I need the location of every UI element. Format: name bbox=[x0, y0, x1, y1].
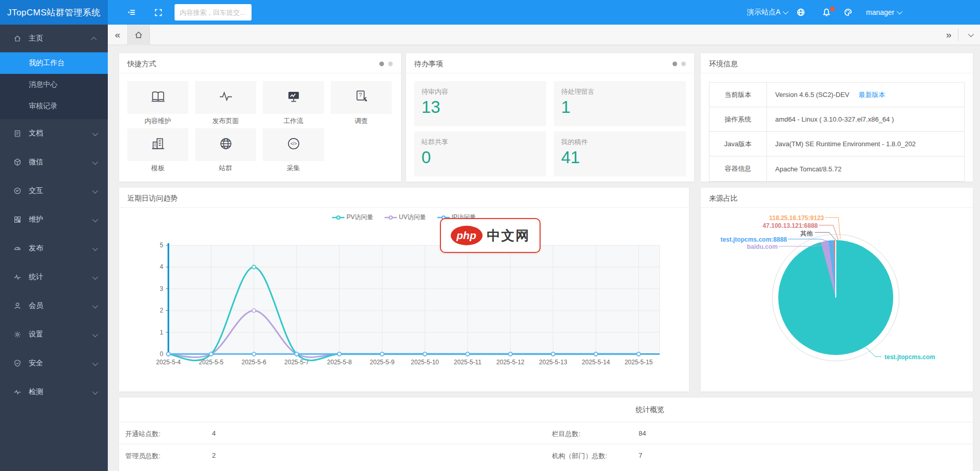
sidebar-item-label: 发布 bbox=[29, 244, 43, 253]
tab-home[interactable] bbox=[127, 25, 150, 45]
globe2-icon bbox=[218, 136, 234, 153]
topbar: JTopCMS站群管理系统 演示站点A manager bbox=[0, 0, 980, 25]
shortcut-tile[interactable] bbox=[127, 81, 188, 114]
app-window: JTopCMS站群管理系统 演示站点A manager bbox=[0, 0, 980, 471]
search-input[interactable] bbox=[175, 4, 252, 21]
legend-marker-icon bbox=[332, 215, 344, 220]
fullscreen-icon[interactable] bbox=[148, 0, 168, 25]
stats-cell: 机构（部门）总数:7 bbox=[546, 444, 972, 466]
sidebar-item-4[interactable]: 维护 bbox=[0, 205, 108, 234]
doc-icon bbox=[13, 129, 22, 138]
sidebar-subitem[interactable]: 消息中心 bbox=[0, 74, 108, 95]
chevron-down-icon bbox=[92, 217, 98, 222]
carousel-dot-active[interactable] bbox=[379, 62, 384, 66]
sidebar-item-2[interactable]: 微信 bbox=[0, 148, 108, 176]
shortcut-tile[interactable]: ? bbox=[331, 81, 392, 114]
sidebar-item-label: 设置 bbox=[29, 330, 43, 339]
env-key: Java版本 bbox=[709, 132, 767, 156]
latest-version-link[interactable]: 最新版本 bbox=[859, 90, 886, 100]
globe-icon[interactable] bbox=[791, 0, 811, 25]
sidebar-item-9[interactable]: 安全 bbox=[0, 349, 108, 378]
user-menu[interactable]: manager bbox=[866, 0, 901, 25]
sidebar-subitem-active[interactable]: 我的工作台 bbox=[0, 52, 108, 74]
code-icon: </> bbox=[286, 136, 301, 153]
sidebar-item-label: 维护 bbox=[29, 215, 43, 224]
carousel-dot[interactable] bbox=[388, 62, 393, 66]
theme-palette-icon[interactable] bbox=[838, 0, 858, 25]
carousel-dots bbox=[379, 62, 393, 66]
sidebar-item-label: 主页 bbox=[29, 34, 43, 43]
chevron-down-icon bbox=[897, 9, 902, 14]
stat-value: 7 bbox=[639, 452, 642, 459]
svg-text:5: 5 bbox=[160, 242, 163, 249]
sidebar-item-1[interactable]: 文档 bbox=[0, 119, 108, 148]
env-row-1: 操作系统amd64 - Linux ( 3.10.0-327.el7.x86_6… bbox=[709, 107, 964, 132]
chevron-down-icon bbox=[92, 159, 98, 165]
svg-text:2025-5-9: 2025-5-9 bbox=[370, 359, 394, 366]
carousel-dots bbox=[672, 62, 686, 66]
menu-fold-icon[interactable] bbox=[121, 0, 142, 25]
legend-item[interactable]: UV访问量 bbox=[385, 213, 426, 222]
pie-label: baidu.com bbox=[747, 243, 778, 250]
sidebar-item-8[interactable]: 设置 bbox=[0, 320, 108, 349]
shortcut-label: 站群 bbox=[195, 161, 256, 175]
card-title: 待办事项 bbox=[414, 60, 443, 69]
shortcuts-card: 快捷方式 内容维护发布页面工作流?调查模板站群</>采集 bbox=[119, 53, 401, 182]
watermark-text: 中文网 bbox=[487, 227, 530, 245]
stat-value: 4 bbox=[212, 429, 216, 437]
pie-label: 47.100.13.121:6888 bbox=[763, 222, 818, 229]
site-selector[interactable]: 演示站点A bbox=[747, 0, 787, 25]
todo-value: 41 bbox=[561, 148, 580, 167]
cube-icon bbox=[13, 158, 22, 166]
bell-icon[interactable] bbox=[816, 0, 837, 25]
pie-leader-lines bbox=[701, 188, 973, 391]
sidebar-item-5[interactable]: 发布 bbox=[0, 234, 108, 263]
php-watermark: php 中文网 bbox=[440, 218, 541, 253]
shortcut-1: 发布页面 bbox=[195, 81, 256, 128]
sidebar-item-label: 交互 bbox=[29, 186, 43, 195]
chevron-down-icon bbox=[92, 245, 98, 251]
shortcut-tile[interactable] bbox=[127, 128, 188, 161]
stat-value: 2 bbox=[212, 452, 216, 459]
env-value: amd64 - Linux ( 3.10.0-327.el7.x86_64 ) bbox=[775, 115, 894, 123]
sidebar-item-0[interactable]: 主页 bbox=[0, 25, 108, 52]
stat-value: 84 bbox=[639, 429, 646, 437]
todo-tile-1[interactable]: 待处理留言1 bbox=[554, 81, 686, 126]
stats-row-0: 开通站点数:4栏目总数:84 bbox=[119, 422, 973, 444]
chart-legend: PV访问量UV访问量IP访问量 bbox=[119, 213, 689, 222]
carousel-dot-active[interactable] bbox=[672, 62, 677, 66]
svg-text:4: 4 bbox=[160, 263, 163, 270]
svg-text:1: 1 bbox=[160, 329, 163, 336]
sidebar-item-10[interactable]: 检测 bbox=[0, 378, 108, 406]
svg-text:2025-5-14: 2025-5-14 bbox=[582, 359, 610, 366]
chevron-down-icon bbox=[92, 130, 98, 136]
environment-table: 当前版本Version 4.6.5 (SC2)-DEV最新版本操作系统amd64… bbox=[709, 82, 965, 182]
grid-icon bbox=[13, 215, 22, 224]
shortcut-tile[interactable] bbox=[195, 128, 256, 161]
sidebar-subitem[interactable]: 审核记录 bbox=[0, 95, 108, 117]
tabs-menu-button[interactable] bbox=[962, 25, 979, 45]
tabs-scroll-left-button[interactable]: « bbox=[109, 25, 126, 45]
todo-tile-3[interactable]: 我的稿件41 bbox=[554, 131, 686, 176]
sidebar-item-7[interactable]: 会员 bbox=[0, 291, 108, 320]
shortcut-label: 采集 bbox=[263, 161, 324, 175]
stat-label: 管理员总数: bbox=[125, 452, 161, 461]
sidebar-item-3[interactable]: 交互 bbox=[0, 176, 108, 205]
shortcuts-grid: 内容维护发布页面工作流?调查模板站群</>采集 bbox=[127, 81, 392, 175]
sidebar-item-6[interactable]: 统计 bbox=[0, 263, 108, 291]
shortcut-tile[interactable] bbox=[195, 81, 256, 114]
chevron-down-icon bbox=[92, 389, 98, 395]
svg-text:</>: </> bbox=[290, 141, 296, 146]
legend-item[interactable]: PV访问量 bbox=[332, 213, 373, 222]
divider bbox=[119, 73, 401, 73]
shortcut-tile[interactable]: </> bbox=[263, 128, 324, 161]
todo-tile-2[interactable]: 站群共享0 bbox=[414, 131, 546, 176]
stat-label: 栏目总数: bbox=[552, 429, 581, 439]
env-value: Version 4.6.5 (SC2)-DEV bbox=[775, 91, 850, 99]
todos-grid: 待审内容13待处理留言1站群共享0我的稿件41 bbox=[414, 81, 686, 176]
tabs-scroll-right-button[interactable]: » bbox=[940, 25, 957, 45]
pie-label: 其他 bbox=[800, 229, 813, 238]
shortcut-tile[interactable] bbox=[263, 81, 324, 114]
carousel-dot[interactable] bbox=[681, 62, 686, 66]
todo-tile-0[interactable]: 待审内容13 bbox=[414, 81, 546, 126]
